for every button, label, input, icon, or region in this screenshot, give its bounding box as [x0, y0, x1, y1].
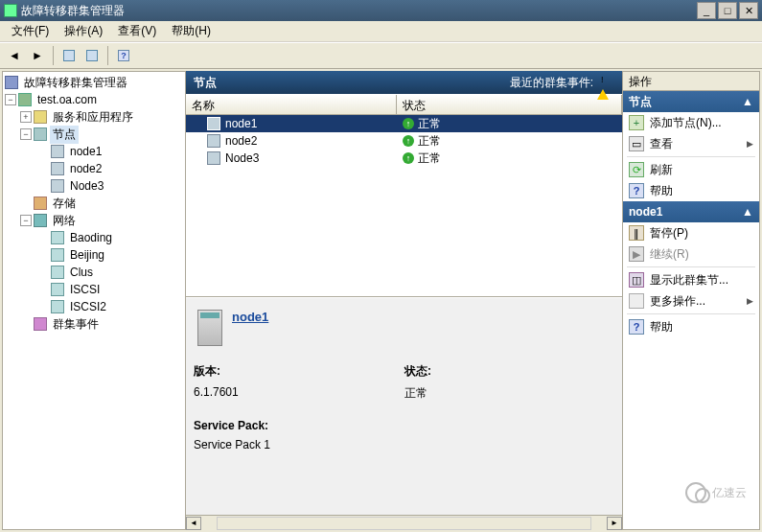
toolbar-help-icon[interactable]: ? — [113, 45, 134, 66]
actions-title: 操作 — [623, 72, 759, 91]
back-button[interactable]: ◄ — [4, 45, 25, 66]
view-icon: ▭ — [629, 136, 644, 151]
scroll-right-icon[interactable]: ► — [607, 517, 622, 530]
collapse-icon[interactable]: − — [5, 94, 16, 105]
action-show-cluster[interactable]: ◫显示此群集节... — [623, 269, 759, 290]
help-icon: ? — [629, 183, 644, 198]
toolbar-separator — [53, 46, 54, 65]
row-name: node1 — [225, 117, 257, 130]
recent-events-label: 最近的群集事件: — [510, 75, 593, 91]
tree-network-item[interactable]: Clus — [5, 264, 183, 281]
action-more[interactable]: 更多操作...▶ — [623, 290, 759, 312]
sp-label: Service Pack: — [194, 419, 268, 432]
network-icon — [51, 266, 64, 279]
action-add-node[interactable]: +添加节点(N)... — [623, 112, 759, 133]
show-cluster-icon: ◫ — [629, 272, 644, 288]
node-icon — [51, 145, 64, 158]
action-separator — [627, 313, 755, 314]
menu-action[interactable]: 操作(A) — [57, 21, 110, 41]
tree-network-item[interactable]: Beijing — [5, 246, 183, 264]
tree-pane[interactable]: 故障转移群集管理器 −test.oa.com +服务和应用程序 −节点 node… — [2, 71, 186, 530]
main-content: 故障转移群集管理器 −test.oa.com +服务和应用程序 −节点 node… — [0, 69, 762, 532]
action-help[interactable]: ?帮助 — [623, 180, 759, 201]
chevron-up-icon: ▲ — [742, 95, 753, 108]
tree-network-item[interactable]: Baoding — [5, 229, 183, 246]
app-icon — [4, 4, 17, 17]
collapse-icon[interactable]: − — [20, 215, 32, 226]
networks-icon — [34, 214, 47, 227]
window-buttons: _ □ ✕ — [697, 2, 758, 19]
row-status: 正常 — [418, 150, 441, 167]
action-separator — [627, 156, 755, 157]
tree-node-item[interactable]: Node3 — [5, 177, 183, 195]
action-help-node[interactable]: ?帮助 — [623, 316, 759, 337]
scroll-left-icon[interactable]: ◄ — [186, 517, 201, 530]
node-icon — [207, 117, 220, 130]
version-label: 版本: — [194, 364, 220, 378]
list-row[interactable]: Node3 正常 — [186, 150, 622, 167]
network-icon — [51, 283, 64, 296]
tree-node-item[interactable]: node2 — [5, 160, 183, 177]
status-ok-icon — [403, 118, 414, 129]
cluster-icon — [18, 93, 32, 106]
node-icon — [51, 162, 64, 175]
node-icon — [207, 151, 220, 165]
tree-nodes[interactable]: −节点 — [5, 126, 183, 143]
forward-button[interactable]: ► — [27, 45, 48, 66]
tree-network-item[interactable]: ISCSI — [5, 281, 183, 298]
actions-group-nodes[interactable]: 节点▲ — [623, 91, 759, 112]
services-icon — [34, 110, 47, 124]
menu-file[interactable]: 文件(F) — [4, 21, 57, 41]
tree-root[interactable]: 故障转移群集管理器 — [5, 74, 183, 91]
sp-value: Service Pack 1 — [194, 438, 270, 451]
tree-storage[interactable]: 存储 — [5, 195, 183, 212]
list-body[interactable]: node1 正常 node2 正常 Node3 正常 — [186, 115, 622, 297]
refresh-icon: ⟳ — [629, 162, 644, 177]
column-header-name[interactable]: 名称 — [186, 95, 397, 114]
list-row[interactable]: node1 正常 — [186, 115, 622, 132]
row-status: 正常 — [418, 116, 441, 132]
tree-services[interactable]: +服务和应用程序 — [5, 108, 183, 126]
actions-pane: 操作 节点▲ +添加节点(N)... ▭查看▶ ⟳刷新 ?帮助 node1▲ ‖… — [622, 71, 760, 530]
action-resume[interactable]: ▶继续(R) — [623, 243, 759, 265]
toolbar-pane2-icon[interactable] — [81, 45, 103, 66]
window-title: 故障转移群集管理器 — [21, 3, 697, 19]
action-pause[interactable]: ‖暂停(P) — [623, 222, 759, 243]
title-bar: 故障转移群集管理器 _ □ ✕ — [0, 0, 762, 21]
actions-group-selected-node[interactable]: node1▲ — [623, 201, 759, 222]
tree-node-item[interactable]: node1 — [5, 143, 183, 160]
help-icon: ? — [629, 319, 644, 335]
tree-network-item[interactable]: ISCSI2 — [5, 298, 183, 315]
tree-cluster[interactable]: −test.oa.com — [5, 91, 183, 108]
close-button[interactable]: ✕ — [739, 2, 758, 19]
list-row[interactable]: node2 正常 — [186, 132, 622, 150]
resume-icon: ▶ — [629, 246, 644, 262]
status-label: 状态: — [404, 364, 431, 378]
list-header: 名称 状态 — [186, 94, 622, 115]
action-refresh[interactable]: ⟳刷新 — [623, 159, 759, 180]
detail-node-link[interactable]: node1 — [232, 310, 268, 324]
tree-networks[interactable]: −网络 — [5, 212, 183, 229]
collapse-icon[interactable]: − — [20, 128, 32, 140]
menu-help[interactable]: 帮助(H) — [164, 21, 219, 41]
submenu-arrow-icon: ▶ — [747, 296, 753, 306]
toolbar-pane1-icon[interactable] — [58, 45, 80, 66]
scroll-track[interactable] — [217, 517, 591, 530]
cluster-manager-icon — [5, 76, 18, 89]
row-name: node2 — [225, 134, 257, 148]
expand-icon[interactable]: + — [20, 111, 32, 123]
node-icon — [207, 134, 220, 148]
add-node-icon: + — [629, 115, 644, 130]
more-icon — [629, 293, 644, 309]
restore-button[interactable]: □ — [718, 2, 737, 19]
horizontal-scrollbar[interactable]: ◄ ► — [186, 515, 622, 530]
minimize-button[interactable]: _ — [697, 2, 716, 19]
content-title: 节点 — [194, 75, 510, 91]
node-icon — [51, 179, 64, 193]
menu-view[interactable]: 查看(V) — [110, 21, 164, 41]
action-view[interactable]: ▭查看▶ — [623, 133, 759, 154]
column-header-status[interactable]: 状态 — [397, 95, 622, 114]
action-separator — [627, 266, 755, 267]
network-icon — [51, 248, 64, 262]
tree-events[interactable]: 群集事件 — [5, 315, 183, 333]
